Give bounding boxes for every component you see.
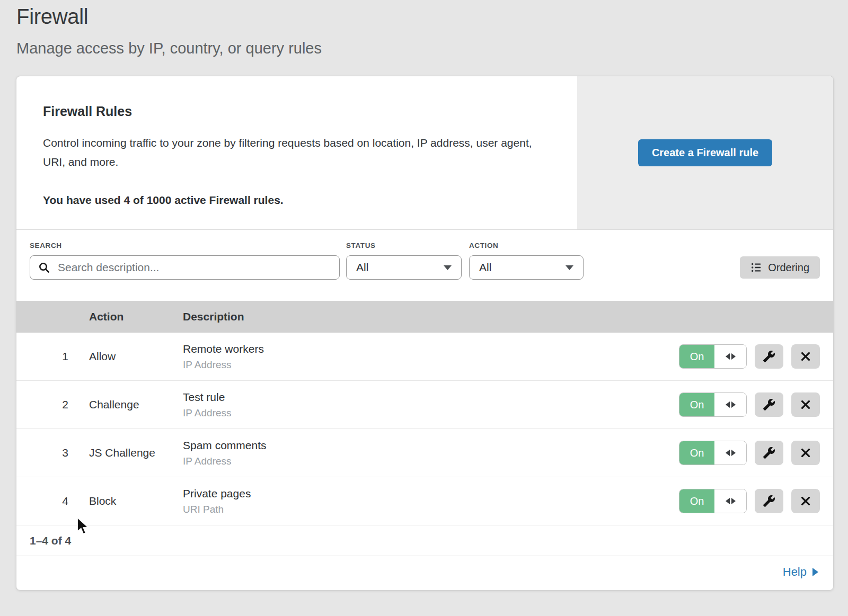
close-icon <box>800 447 811 459</box>
rule-enabled-toggle[interactable]: On <box>679 392 747 417</box>
rule-priority: 4 <box>54 495 77 507</box>
filters-section: SEARCH STATUS All ACTION All <box>16 230 833 301</box>
search-label: SEARCH <box>30 242 62 249</box>
rule-match-type: IP Address <box>183 407 232 419</box>
rule-priority: 1 <box>54 350 77 363</box>
rule-enabled-toggle[interactable]: On <box>679 489 747 513</box>
overview-description: Control incoming traffic to your zone by… <box>43 133 552 172</box>
rule-description-cell: Remote workers IP Address <box>183 343 264 371</box>
usage-summary: You have used 4 of 1000 active Firewall … <box>43 194 556 207</box>
firewall-rules-card: Firewall Rules Control incoming traffic … <box>16 76 834 591</box>
delete-rule-button[interactable] <box>791 392 820 417</box>
rule-enabled-toggle[interactable]: On <box>679 441 747 465</box>
rule-match-type: IP Address <box>183 359 264 371</box>
wrench-icon <box>763 398 775 411</box>
ordered-list-icon <box>750 262 762 273</box>
wrench-icon <box>763 447 775 459</box>
rule-match-type: IP Address <box>183 456 267 467</box>
rule-description: Spam comments <box>183 439 267 452</box>
search-box[interactable] <box>30 255 340 280</box>
status-select[interactable]: All <box>346 255 462 280</box>
create-firewall-rule-button[interactable]: Create a Firewall rule <box>638 139 772 166</box>
status-label: STATUS <box>346 242 376 249</box>
overview-section: Firewall Rules Control incoming traffic … <box>16 76 833 230</box>
delete-rule-button[interactable] <box>791 441 820 465</box>
table-row: 4 Block Private pages URI Path On <box>16 477 833 525</box>
arrow-right-icon <box>812 568 818 576</box>
rule-action: JS Challenge <box>89 447 155 459</box>
chevron-down-icon <box>444 265 452 270</box>
rule-action: Challenge <box>89 398 139 411</box>
help-link-label: Help <box>783 565 807 579</box>
ordering-button[interactable]: Ordering <box>740 256 820 279</box>
rule-description-cell: Spam comments IP Address <box>183 439 267 467</box>
ordering-button-label: Ordering <box>768 262 809 274</box>
overview-text: Firewall Rules Control incoming traffic … <box>16 76 577 229</box>
arrow-left-icon <box>726 450 730 456</box>
pagination-bar: 1–4 of 4 <box>16 525 833 556</box>
arrow-right-icon <box>731 353 736 360</box>
rule-description: Private pages <box>183 487 251 500</box>
edit-rule-button[interactable] <box>755 392 783 417</box>
toggle-drag-handle[interactable] <box>714 441 746 465</box>
rule-controls: On <box>679 489 820 513</box>
close-icon <box>800 399 811 410</box>
chevron-down-icon <box>566 265 573 270</box>
rule-description: Remote workers <box>183 343 264 355</box>
toggle-on-label: On <box>679 441 714 465</box>
column-header-action: Action <box>89 310 123 323</box>
rule-description-cell: Test rule IP Address <box>183 391 232 419</box>
rule-priority: 2 <box>54 398 77 411</box>
toggle-drag-handle[interactable] <box>714 489 746 513</box>
help-link[interactable]: Help <box>783 565 818 579</box>
pagination-range: 1–4 of 4 <box>30 534 71 547</box>
wrench-icon <box>763 350 775 363</box>
page-title: Firewall <box>16 3 322 30</box>
overview-heading: Firewall Rules <box>43 104 556 119</box>
action-select[interactable]: All <box>469 255 584 280</box>
toggle-drag-handle[interactable] <box>714 393 746 416</box>
toggle-drag-handle[interactable] <box>714 345 746 368</box>
close-icon <box>800 495 811 507</box>
create-rule-panel: Create a Firewall rule <box>577 76 833 229</box>
rule-action: Block <box>89 495 116 507</box>
page-header: Firewall Manage access by IP, country, o… <box>16 3 322 58</box>
search-icon <box>38 261 50 274</box>
toggle-on-label: On <box>679 345 714 368</box>
arrow-right-icon <box>731 498 736 504</box>
action-select-value: All <box>479 261 491 274</box>
arrow-right-icon <box>731 401 736 408</box>
close-icon <box>800 351 811 362</box>
rule-match-type: URI Path <box>183 504 251 515</box>
wrench-icon <box>763 495 775 507</box>
table-row: 2 Challenge Test rule IP Address On <box>16 381 833 429</box>
edit-rule-button[interactable] <box>755 489 783 513</box>
table-row: 3 JS Challenge Spam comments IP Address … <box>16 429 833 477</box>
page-subtitle: Manage access by IP, country, or query r… <box>16 39 322 58</box>
rule-description: Test rule <box>183 391 232 404</box>
help-bar: Help <box>16 556 833 588</box>
rule-controls: On <box>679 392 820 417</box>
table-header: Action Description <box>16 301 833 333</box>
column-header-description: Description <box>183 310 244 323</box>
rule-controls: On <box>679 344 820 369</box>
arrow-left-icon <box>726 353 730 360</box>
delete-rule-button[interactable] <box>791 489 820 513</box>
arrow-left-icon <box>726 401 730 408</box>
toggle-on-label: On <box>679 489 714 513</box>
table-row: 1 Allow Remote workers IP Address On <box>16 333 833 381</box>
arrow-right-icon <box>731 450 736 456</box>
edit-rule-button[interactable] <box>755 441 783 465</box>
rule-action: Allow <box>89 350 116 363</box>
rule-description-cell: Private pages URI Path <box>183 487 251 515</box>
arrow-left-icon <box>726 498 730 504</box>
rule-controls: On <box>679 441 820 465</box>
edit-rule-button[interactable] <box>755 344 783 369</box>
rule-enabled-toggle[interactable]: On <box>679 344 747 369</box>
delete-rule-button[interactable] <box>791 344 820 369</box>
status-select-value: All <box>356 261 368 274</box>
rule-priority: 3 <box>54 447 77 459</box>
search-input[interactable] <box>57 261 332 274</box>
action-label: ACTION <box>469 242 498 249</box>
toggle-on-label: On <box>679 393 714 416</box>
